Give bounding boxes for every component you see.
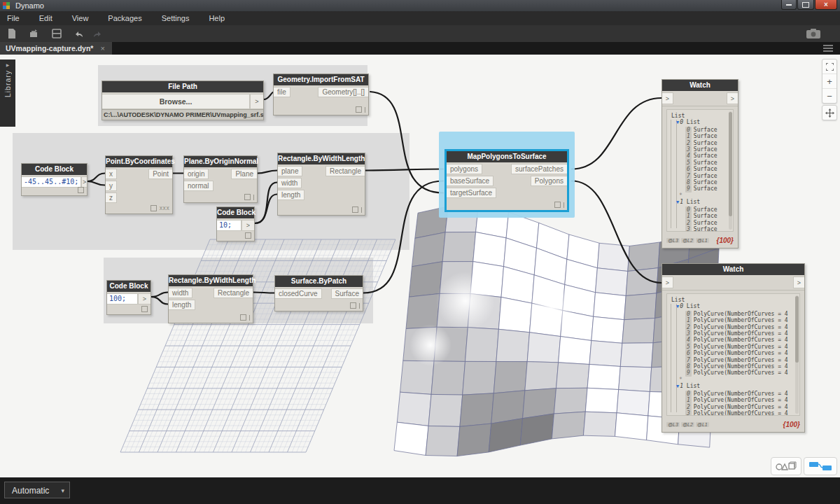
watch-branch-row[interactable]: ▼0 List [670,303,798,310]
menu-file[interactable]: File [0,14,29,22]
code-input[interactable]: -45..45..#10; [22,176,81,188]
node-code-block-3[interactable]: Code Block 100; > [106,280,151,315]
preview-checkbox[interactable] [141,306,148,312]
tab-overflow-menu-icon[interactable] [823,45,833,53]
node-title[interactable]: Code Block [107,281,150,292]
node-file-path[interactable]: File Path Browse... > C:\...\AUTODESK\DY… [102,80,264,120]
input-port-file[interactable]: file [274,87,290,97]
geometry-view-button[interactable] [771,457,802,475]
menu-packages[interactable]: Packages [98,14,151,22]
output-port[interactable]: > [727,92,738,104]
code-input[interactable]: 100; [107,293,138,304]
node-title[interactable]: MapPolygonsToSurface [447,151,567,162]
output-port-rectangle[interactable]: Rectangle [214,288,253,298]
input-port-width[interactable]: width [278,178,302,188]
level-badge[interactable]: @L3 [666,422,680,427]
input-port-origin[interactable]: origin [184,169,209,179]
node-title[interactable]: Surface.ByPatch [275,276,363,287]
input-port-plane[interactable]: plane [278,166,302,176]
code-input[interactable]: 10; [217,220,241,231]
minimize-button[interactable] [781,0,797,10]
resize-grip[interactable] [253,195,254,200]
input-port-y[interactable]: y [106,181,117,191]
level-badge[interactable]: @L1 [696,238,709,243]
node-title[interactable]: Code Block [22,164,87,175]
camera-icon[interactable] [806,29,820,38]
pan-button[interactable] [822,105,837,120]
new-file-icon[interactable] [6,28,18,39]
output-port-geometry[interactable]: Geometry[]..[] [318,87,368,97]
menu-edit[interactable]: Edit [29,14,62,22]
zoom-in-button[interactable]: + [822,74,836,88]
node-title[interactable]: Rectangle.ByWidthLength [278,153,365,164]
node-title[interactable]: Plane.ByOriginNormal [184,156,257,167]
output-port-polygons[interactable]: Polygons [531,176,567,186]
output-port[interactable]: > [793,276,804,288]
node-title[interactable]: Point.ByCoordinates [106,156,172,167]
browse-button[interactable]: Browse... [102,94,250,109]
level-badge[interactable]: @L2 [681,238,694,243]
node-watch-polycurves[interactable]: Watch > > List▼0 List0PolyCurve(NumberOf… [662,263,805,433]
node-title[interactable]: Code Block [217,207,254,218]
output-port[interactable]: > [241,220,254,231]
input-port-targetsurface[interactable]: targetSurface [447,188,496,198]
resize-grip[interactable] [365,107,365,113]
save-icon[interactable] [50,28,63,39]
input-port[interactable]: > [662,92,673,104]
library-panel-tab[interactable]: ▶ Library [0,59,15,127]
preview-checkbox[interactable] [240,314,246,321]
zoom-out-button[interactable]: − [822,88,836,103]
node-rectangle-bywidthlength-bottom[interactable]: Rectangle.ByWidthLength width Rectangle … [168,274,253,323]
tab-uvmapping-capture[interactable]: UVmapping-capture.dyn* × [0,42,112,55]
input-port-length[interactable]: length [278,190,304,200]
node-watch-surfaces[interactable]: Watch > > List▼0 List0Surface1Surface2Su… [662,79,738,248]
output-port[interactable]: > [81,176,87,188]
menu-settings[interactable]: Settings [152,14,200,22]
preview-checkbox[interactable] [554,202,561,208]
node-code-block-2[interactable]: Code Block 10; > [216,206,255,241]
input-port-width[interactable]: width [169,288,192,298]
output-port[interactable]: > [250,94,263,109]
open-icon[interactable] [28,28,41,39]
node-plane-byoriginnormal[interactable]: Plane.ByOriginNormal origin Plane normal [183,155,258,203]
node-point-bycoordinates[interactable]: Point.ByCoordinates x Point y z xxx [105,155,173,214]
output-port-plane[interactable]: Plane [231,169,257,179]
preview-checkbox[interactable] [352,206,358,213]
level-badge[interactable]: @L2 [681,422,694,427]
preview-checkbox[interactable] [350,302,356,309]
watch-branch-row[interactable]: ▼1 List [670,199,732,206]
undo-icon[interactable] [73,28,85,39]
resize-grip[interactable] [249,315,250,321]
input-port-polygons[interactable]: polygons [447,164,482,174]
node-mappolygonstosurface[interactable]: MapPolygonsToSurface polygons surfacePat… [444,149,569,212]
node-surface-bypatch[interactable]: Surface.ByPatch closedCurve Surface [274,275,363,312]
node-title[interactable]: Watch [662,80,738,91]
level-badge[interactable]: @L3 [666,238,680,243]
preview-checkbox[interactable] [244,194,251,200]
node-geometry-importfromsat[interactable]: Geometry.ImportFromSAT file Geometry[]..… [273,74,369,115]
resize-grip[interactable] [564,202,564,208]
output-port-surface[interactable]: Surface [331,288,363,299]
node-rectangle-bywidthlength-top[interactable]: Rectangle.ByWidthLength plane Rectangle … [277,153,365,216]
tab-close-icon[interactable]: × [101,45,105,52]
input-port[interactable]: > [662,276,673,288]
level-badge[interactable]: @L1 [696,422,709,427]
preview-checkbox[interactable] [78,187,84,193]
lacing-indicator[interactable]: xxx [160,205,169,211]
node-title[interactable]: Rectangle.ByWidthLength [169,275,253,286]
watch-branch-row[interactable]: ▼1 List [670,383,798,390]
run-mode-dropdown[interactable]: Automatic ▾ [4,482,70,498]
redo-icon[interactable] [91,28,104,39]
restore-button[interactable] [797,0,814,10]
menu-help[interactable]: Help [199,14,234,22]
watch-list[interactable]: List▼0 List0PolyCurve(NumberOfCurves = 4… [666,293,800,416]
input-port-x[interactable]: x [106,169,117,179]
preview-checkbox[interactable] [245,232,251,239]
node-title[interactable]: Watch [662,264,804,275]
input-port-basesurface[interactable]: baseSurface [447,176,493,186]
resize-grip[interactable] [361,207,362,213]
input-port-length[interactable]: length [169,300,195,310]
preview-checkbox[interactable] [356,106,362,113]
close-button[interactable]: × [815,0,837,10]
graph-canvas[interactable]: ▶ Library File Path Browse... > C:\...\A… [0,55,840,477]
